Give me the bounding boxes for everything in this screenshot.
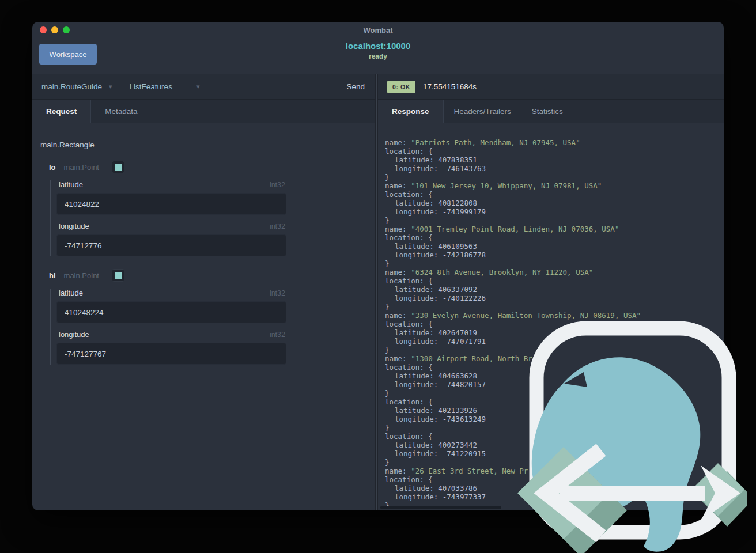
response-line: name: "6324 8th Avenue, Brooklyn, NY 112…	[385, 268, 724, 276]
server-address: localhost:10000	[32, 41, 724, 51]
status-badge: 0: OK	[387, 81, 415, 93]
group-lo-checkbox[interactable]	[112, 161, 124, 173]
lo-latitude-input[interactable]	[56, 193, 286, 215]
group-type-label: main.Point	[64, 163, 99, 172]
field-label: longitude	[59, 222, 89, 230]
tab-metadata[interactable]: Metadata	[91, 100, 151, 123]
response-line: location: {	[385, 320, 724, 328]
field-label: longitude	[59, 330, 89, 339]
response-line: location: {	[385, 147, 724, 156]
tab-request[interactable]: Request	[32, 100, 91, 123]
response-output: name: "Patriots Path, Mendham, NJ 07945,…	[378, 123, 724, 510]
response-line: longitude: -740122226	[385, 294, 724, 302]
response-line: latitude: 402647019	[385, 328, 724, 337]
request-tabbar: Request Metadata	[32, 100, 375, 123]
service-selector[interactable]: main.RouteGuide ▾	[41, 82, 112, 91]
response-line: latitude: 407033786	[385, 484, 724, 493]
response-line: longitude: -743977337	[385, 493, 724, 501]
response-line: longitude: -743999179	[385, 207, 724, 216]
response-line: longitude: -743613249	[385, 415, 724, 423]
response-line: latitude: 402133926	[385, 406, 724, 415]
hi-latitude-input[interactable]	[56, 301, 286, 323]
response-line: name: "26 East 3rd Street, New Pr	[385, 467, 724, 475]
group-name-label: hi	[49, 271, 56, 280]
horizontal-scrollbar-thumb[interactable]	[380, 506, 501, 509]
response-line: name: "Patriots Path, Mendham, NJ 07945,…	[385, 138, 724, 147]
titlebar: Wombat	[32, 22, 724, 38]
response-line: latitude: 406337092	[385, 285, 724, 294]
response-line: longitude: -744820157	[385, 380, 724, 389]
response-line: longitude: -741220915	[385, 449, 724, 458]
response-line: latitude: 406109563	[385, 242, 724, 251]
response-line: longitude: -747071791	[385, 337, 724, 346]
lo-longitude-input[interactable]	[56, 234, 286, 256]
response-line: name: "4001 Tremley Point Road, Linden, …	[385, 225, 724, 233]
chevron-down-icon: ▾	[109, 83, 112, 90]
message-type-label: main.Rectangle	[40, 141, 375, 149]
tab-headers-trailers[interactable]: Headers/Trailers	[444, 100, 521, 123]
response-tabbar: Response Headers/Trailers Statistics	[378, 100, 724, 123]
request-form: main.Rectangle lo main.Point latitude in…	[32, 123, 375, 510]
screen: Wombat Workspace localhost:10000 ready m…	[0, 0, 756, 553]
response-line: }	[385, 302, 724, 311]
response-line: name: "101 New Jersey 10, Whippany, NJ 0…	[385, 181, 724, 190]
field-type-label: int32	[270, 331, 285, 339]
response-line: }	[385, 346, 724, 354]
response-line: location: {	[385, 397, 724, 406]
response-line: latitude: 408122808	[385, 199, 724, 207]
field-type-label: int32	[270, 222, 285, 230]
field-type-label: int32	[270, 289, 285, 297]
tab-statistics[interactable]: Statistics	[521, 100, 573, 123]
checkbox-check-icon	[115, 164, 122, 171]
response-line: longitude: -746143763	[385, 164, 724, 173]
field-group-lo: lo main.Point latitude int32 longitud	[39, 161, 375, 256]
field-label: latitude	[59, 289, 83, 297]
app-window: Wombat Workspace localhost:10000 ready m…	[32, 22, 724, 510]
field-type-label: int32	[270, 181, 285, 189]
response-line: }	[385, 423, 724, 432]
response-line: longitude: -742186778	[385, 251, 724, 259]
method-selector-label: ListFeatures	[130, 82, 172, 91]
response-line: location: {	[385, 475, 724, 484]
field-group-hi: hi main.Point latitude int32 longitud	[39, 269, 375, 365]
response-line: location: {	[385, 432, 724, 441]
hi-longitude-input[interactable]	[56, 343, 286, 365]
connection-header: Workspace localhost:10000 ready	[32, 38, 724, 74]
response-line: }	[385, 389, 724, 397]
response-line: }	[385, 259, 724, 268]
service-selector-label: main.RouteGuide	[41, 82, 102, 91]
response-line: }	[385, 216, 724, 225]
response-line: location: {	[385, 276, 724, 285]
response-line: location: {	[385, 233, 724, 242]
response-line: latitude: 407838351	[385, 156, 724, 164]
checkbox-check-icon	[115, 272, 122, 279]
field-label: latitude	[59, 180, 83, 189]
chevron-down-icon: ▾	[196, 83, 200, 90]
response-line: }	[385, 458, 724, 467]
response-line: }	[385, 173, 724, 181]
method-selector[interactable]: ListFeatures ▾	[130, 82, 200, 91]
response-line: location: {	[385, 190, 724, 199]
send-button[interactable]: Send	[345, 80, 366, 93]
request-pane: main.RouteGuide ▾ ListFeatures ▾ Send Re…	[32, 74, 375, 510]
server-status: ready	[32, 52, 724, 60]
response-line: latitude: 404663628	[385, 372, 724, 380]
response-line: name: "330 Evelyn Avenue, Hamilton Towns…	[385, 311, 724, 320]
group-type-label: main.Point	[64, 271, 99, 280]
group-name-label: lo	[49, 163, 56, 172]
response-line: location: {	[385, 363, 724, 372]
response-pane: 0: OK 17.554151684s Response Headers/Tra…	[378, 74, 724, 510]
window-title: Wombat	[32, 26, 724, 35]
tab-response[interactable]: Response	[378, 100, 444, 123]
response-line: name: "1300 Airport Road, North Br	[385, 354, 724, 363]
response-duration: 17.554151684s	[423, 82, 477, 91]
response-line: latitude: 400273442	[385, 441, 724, 449]
group-hi-checkbox[interactable]	[112, 269, 124, 282]
